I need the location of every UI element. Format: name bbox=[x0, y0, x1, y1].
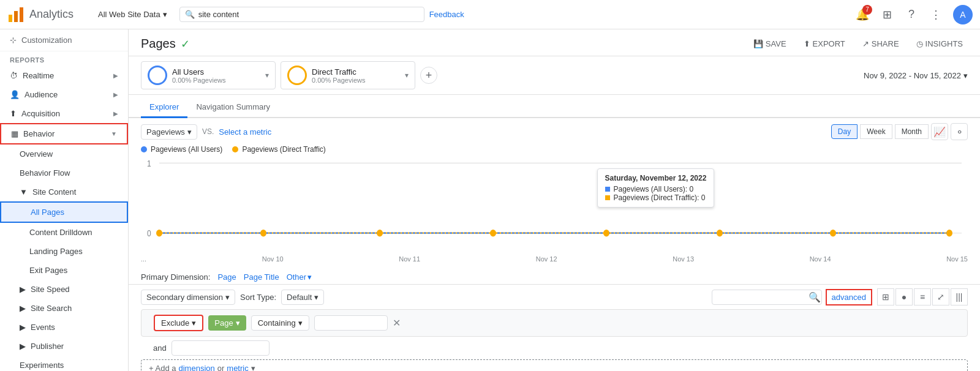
site-speed-caret-icon: ▶ bbox=[20, 285, 26, 294]
help-icon[interactable]: ? bbox=[904, 7, 919, 22]
customization-label: Customization bbox=[21, 36, 72, 45]
search-icon: 🔍 bbox=[185, 10, 195, 19]
behavior-caret-icon: ▼ bbox=[111, 130, 117, 137]
filter-containing-button[interactable]: Containing ▾ bbox=[251, 315, 309, 331]
site-content-label: Site Content bbox=[32, 187, 77, 197]
behavior-flow-label: Behavior Flow bbox=[20, 168, 70, 178]
sidebar-item-realtime[interactable]: ⏱ Realtime ▶ bbox=[0, 66, 128, 85]
property-selector[interactable]: All Web Site Data ▾ bbox=[98, 10, 167, 19]
x-label-ellipsis: ... bbox=[141, 255, 146, 263]
sidebar-item-exit-pages[interactable]: Exit Pages bbox=[0, 261, 128, 280]
sidebar-customization[interactable]: ⊹ Customization bbox=[0, 29, 128, 51]
filter-value-input[interactable] bbox=[314, 315, 388, 331]
vs-text: VS. bbox=[202, 127, 214, 136]
sidebar-item-acquisition[interactable]: ⬆ Acquisition ▶ bbox=[0, 104, 128, 123]
other-caret-icon: ▾ bbox=[307, 272, 312, 282]
page-header: Pages ✓ 💾 SAVE ⬆ EXPORT ↗ SHARE ◷ bbox=[129, 29, 980, 56]
table-search-input[interactable] bbox=[712, 290, 822, 305]
period-week-button[interactable]: Week bbox=[860, 124, 892, 139]
notification-icon[interactable]: 🔔 7 bbox=[855, 7, 870, 22]
other-dropdown[interactable]: Other ▾ bbox=[287, 272, 312, 282]
svg-point-9 bbox=[377, 230, 383, 236]
secondary-dimension-caret-icon: ▾ bbox=[225, 293, 230, 302]
sidebar-item-site-speed[interactable]: ▶ Site Speed bbox=[0, 280, 128, 299]
add-dimension-button[interactable]: + Add a dimension or metric ▾ bbox=[141, 359, 968, 371]
search-bar[interactable]: 🔍 bbox=[179, 7, 424, 22]
sidebar-item-behavior[interactable]: ▦ Behavior ▼ bbox=[0, 123, 128, 144]
save-button[interactable]: 💾 SAVE bbox=[748, 37, 791, 51]
tab-explorer[interactable]: Explorer bbox=[141, 97, 187, 118]
property-name: All Web Site Data bbox=[98, 10, 160, 19]
page-title: Pages bbox=[141, 37, 176, 51]
page-actions: 💾 SAVE ⬆ EXPORT ↗ SHARE ◷ INSIGHTS bbox=[748, 37, 968, 51]
property-caret-icon: ▾ bbox=[163, 10, 167, 19]
page-title-link[interactable]: Page Title bbox=[244, 272, 279, 282]
feedback-link[interactable]: Feedback bbox=[429, 10, 464, 19]
metric-dropdown-caret-icon: ▾ bbox=[187, 127, 192, 137]
columns-view-button[interactable]: ||| bbox=[951, 288, 968, 305]
sidebar-item-events[interactable]: ▶ Events bbox=[0, 318, 128, 337]
sidebar-item-behavior-flow[interactable]: Behavior Flow bbox=[0, 163, 128, 182]
add-segment-button[interactable]: + bbox=[420, 67, 437, 84]
svg-text:1: 1 bbox=[147, 159, 151, 168]
user-avatar[interactable]: A bbox=[953, 5, 973, 24]
metric-dropdown[interactable]: Pageviews ▾ bbox=[141, 124, 197, 140]
filter-exclude-button[interactable]: Exclude ▾ bbox=[154, 315, 203, 331]
sidebar-item-all-pages[interactable]: All Pages bbox=[0, 201, 128, 223]
page-link[interactable]: Page bbox=[217, 272, 236, 282]
and-input[interactable] bbox=[172, 340, 270, 356]
table-search-icon[interactable]: 🔍 bbox=[809, 291, 821, 303]
search-input[interactable] bbox=[198, 10, 419, 19]
acquisition-caret-icon: ▶ bbox=[113, 110, 118, 117]
layout: ⊹ Customization REPORTS ⏱ Realtime ▶ 👤 A… bbox=[0, 29, 980, 371]
segments-row: All Users 0.00% Pageviews ▾ Direct Traff… bbox=[129, 56, 980, 95]
scatter-view-button[interactable]: ⚬ bbox=[951, 123, 968, 140]
sidebar-item-landing-pages[interactable]: Landing Pages bbox=[0, 242, 128, 261]
segment-card-all-users[interactable]: All Users 0.00% Pageviews ▾ bbox=[141, 61, 276, 89]
chart-view-button[interactable]: ● bbox=[895, 288, 913, 305]
overview-label: Overview bbox=[20, 149, 53, 159]
list-view-button[interactable]: ≡ bbox=[914, 288, 931, 305]
date-range-selector[interactable]: Nov 9, 2022 - Nov 15, 2022 ▾ bbox=[864, 71, 968, 80]
x-label-nov12: Nov 12 bbox=[536, 255, 557, 263]
publisher-caret-icon: ▶ bbox=[20, 342, 26, 351]
more-icon[interactable]: ⋮ bbox=[929, 7, 943, 22]
all-pages-label: All Pages bbox=[31, 208, 64, 217]
sidebar-item-content-drilldown[interactable]: Content Drilldown bbox=[0, 223, 128, 242]
share-button[interactable]: ↗ SHARE bbox=[858, 37, 904, 51]
period-month-button[interactable]: Month bbox=[895, 124, 929, 139]
apps-icon[interactable]: ⊞ bbox=[880, 7, 894, 22]
export-button[interactable]: ⬆ EXPORT bbox=[799, 37, 850, 51]
x-label-nov10: Nov 10 bbox=[262, 255, 284, 263]
sidebar-item-site-content[interactable]: ▼ Site Content bbox=[0, 182, 128, 201]
sidebar-item-site-search[interactable]: ▶ Site Search bbox=[0, 299, 128, 318]
sidebar-item-experiments[interactable]: Experiments bbox=[0, 356, 128, 371]
metric-label: Pageviews bbox=[146, 127, 185, 137]
add-dimension-or-label: or bbox=[217, 364, 225, 371]
filter-page-label: Page bbox=[214, 318, 233, 328]
insights-label: INSIGHTS bbox=[925, 39, 963, 48]
all-users-metric: 0.00% Pageviews bbox=[172, 77, 260, 84]
sidebar-item-overview[interactable]: Overview bbox=[0, 144, 128, 163]
filter-page-dropdown[interactable]: Page ▾ bbox=[208, 315, 246, 331]
add-metric-link[interactable]: metric bbox=[227, 364, 248, 371]
legend-all-users-label: Pageviews (All Users) bbox=[151, 145, 222, 154]
export-label: EXPORT bbox=[813, 39, 845, 48]
secondary-dimension-dropdown[interactable]: Secondary dimension ▾ bbox=[141, 290, 235, 305]
sidebar-item-audience[interactable]: 👤 Audience ▶ bbox=[0, 85, 128, 104]
grid-view-button[interactable]: ⊞ bbox=[877, 288, 894, 305]
expand-view-button[interactable]: ⤢ bbox=[932, 288, 949, 305]
filter-clear-button[interactable]: ✕ bbox=[393, 317, 401, 329]
select-metric-link[interactable]: Select a metric bbox=[219, 127, 271, 137]
insights-button[interactable]: ◷ INSIGHTS bbox=[911, 37, 968, 51]
advanced-button[interactable]: advanced bbox=[826, 289, 872, 305]
line-chart-view-button[interactable]: 📈 bbox=[931, 123, 948, 140]
filter-page-caret-icon: ▾ bbox=[236, 318, 240, 328]
sidebar-item-publisher[interactable]: ▶ Publisher bbox=[0, 337, 128, 356]
tab-navigation-summary[interactable]: Navigation Summary bbox=[187, 97, 279, 118]
sort-type-dropdown[interactable]: Default ▾ bbox=[281, 290, 324, 305]
period-day-button[interactable]: Day bbox=[831, 124, 858, 139]
svg-point-12 bbox=[717, 230, 723, 236]
segment-card-direct-traffic[interactable]: Direct Traffic 0.00% Pageviews ▾ bbox=[281, 61, 415, 89]
add-dimension-link[interactable]: dimension bbox=[178, 364, 214, 371]
